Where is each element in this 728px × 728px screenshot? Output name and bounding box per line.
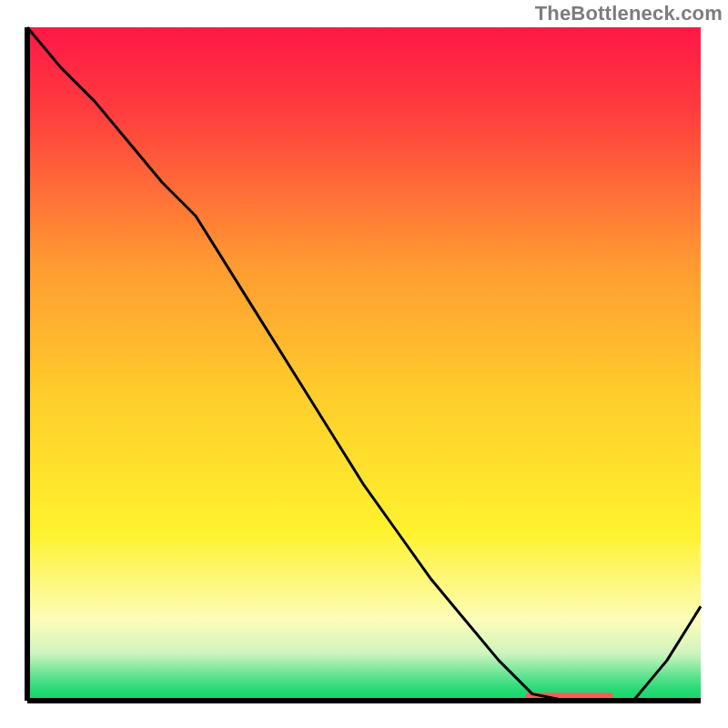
chart-background [27, 27, 701, 701]
bottleneck-chart [0, 0, 728, 728]
watermark-label: TheBottleneck.com [535, 2, 723, 25]
chart-container: TheBottleneck.com [0, 0, 728, 728]
